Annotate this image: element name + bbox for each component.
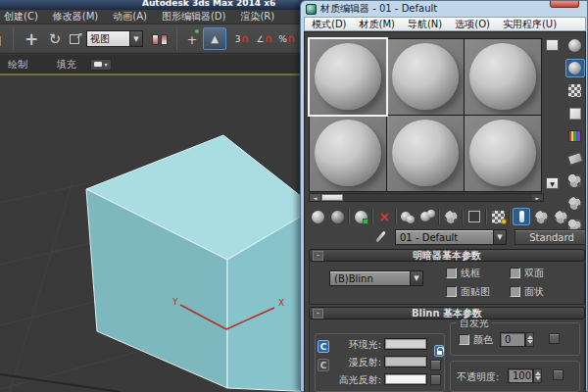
menu-utilities[interactable]: 实用程序(U) — [503, 18, 557, 31]
menu-animation[interactable]: 动画(A) — [113, 10, 147, 24]
reset-material-icon[interactable]: × — [375, 208, 393, 225]
material-editor-titlebar[interactable]: 材质编辑器 - 01 - Default — [303, 2, 585, 16]
perspective-viewport[interactable]: Y X — [0, 77, 304, 392]
eyedropper-icon[interactable] — [375, 231, 386, 243]
menu-options[interactable]: 选项(O) — [455, 18, 490, 31]
sample-slot-6[interactable] — [465, 116, 541, 191]
collapse-button[interactable]: - — [313, 251, 323, 261]
material-id-channel-icon[interactable] — [466, 208, 483, 225]
menu-material[interactable]: 材质(M) — [360, 18, 395, 31]
go-to-parent-icon[interactable] — [513, 208, 530, 225]
ambient-color-swatch[interactable] — [384, 338, 427, 350]
self-illumination-legend: 自发光 — [457, 319, 492, 330]
opacity-value-field[interactable]: 100 — [508, 368, 533, 383]
percent-snap-toggle[interactable]: %∩ — [276, 27, 298, 51]
video-color-check-icon[interactable] — [565, 126, 585, 145]
sample-slot-3[interactable] — [465, 39, 541, 115]
material-editor-icon — [306, 4, 317, 15]
self-illum-value-field[interactable]: 0 — [500, 332, 525, 347]
assign-material-to-selection-icon[interactable] — [352, 208, 369, 225]
toolbar-separator — [395, 209, 397, 224]
self-illum-map-button[interactable] — [549, 333, 560, 344]
blinn-rollout-header[interactable]: - Blinn 基本参数 — [309, 307, 585, 319]
face-map-checkbox[interactable] — [446, 286, 457, 297]
diffuse-specular-link-button[interactable]: C — [318, 359, 329, 371]
scrollbar-thumb[interactable] — [321, 194, 343, 201]
diffuse-color-swatch[interactable] — [384, 356, 427, 368]
wireframe-checkbox[interactable] — [446, 268, 457, 278]
cube-object[interactable] — [86, 135, 304, 392]
background-icon[interactable] — [565, 81, 585, 100]
chevron-down-icon: ▼ — [493, 230, 506, 244]
opacity-spinner[interactable] — [533, 368, 542, 383]
make-material-copy-icon[interactable] — [399, 208, 416, 225]
opacity-map-button[interactable] — [553, 369, 564, 380]
collapse-button[interactable]: - — [313, 309, 323, 318]
put-to-library-icon[interactable] — [442, 208, 460, 225]
clipped-toolbar-icon[interactable]: ▯ — [0, 27, 10, 51]
specular-color-swatch[interactable] — [384, 373, 427, 385]
scroll-right-arrow[interactable]: ► — [532, 194, 543, 201]
put-material-to-scene-icon[interactable] — [328, 208, 346, 225]
get-material-icon[interactable] — [309, 208, 326, 225]
show-map-in-viewport-icon[interactable] — [489, 208, 507, 225]
self-illum-color-checkbox[interactable] — [459, 334, 469, 345]
ambient-diffuse-link-button[interactable]: C — [318, 340, 329, 353]
shader-type-dropdown[interactable]: (B)Blinn ▼ — [329, 270, 423, 286]
diffuse-map-button[interactable] — [430, 360, 441, 370]
menu-modifiers[interactable]: 修改器(M) — [53, 10, 98, 24]
ribbon-tab-populate[interactable]: 填充 — [57, 58, 76, 72]
slot-scroll-down-button[interactable]: ▼ — [546, 177, 559, 189]
material-hierarchy-icon[interactable] — [552, 208, 569, 225]
material-name-dropdown[interactable]: 01 - Default ▼ — [395, 229, 507, 245]
snaps-toggle-icon[interactable]: + — [180, 27, 204, 51]
two-sided-checkbox[interactable] — [510, 268, 520, 278]
shader-rollout-header[interactable]: - 明暗器基本参数 — [309, 249, 585, 262]
lock-icon[interactable] — [434, 345, 444, 357]
magnet-icon: ∩ — [287, 34, 296, 44]
sample-slot-1[interactable] — [310, 39, 386, 115]
self-illumination-group: 自发光 颜色 0 — [450, 322, 580, 356]
select-scale-icon[interactable]: ↗ — [65, 27, 88, 51]
ribbon-minimize-button[interactable]: ▾ — [90, 59, 112, 71]
backlight-icon[interactable] — [565, 59, 585, 77]
menu-create[interactable]: 创建(C) — [4, 10, 38, 24]
close-button[interactable] — [550, 1, 579, 8]
select-rotate-icon[interactable]: ↻ — [43, 27, 67, 51]
toolbar-separator — [13, 28, 14, 50]
viewport-grid-dark-line — [0, 374, 121, 392]
menu-rendering[interactable]: 渲染(R) — [240, 10, 274, 24]
shader-type-value: (B)Blinn — [330, 273, 410, 284]
options-icon[interactable] — [565, 172, 585, 190]
sample-slot-4[interactable] — [310, 116, 386, 191]
make-unique-icon[interactable] — [418, 208, 436, 225]
use-pivot-center-button[interactable]: ▲ — [203, 27, 226, 50]
snap-3d-toggle[interactable]: 3∩ — [232, 27, 252, 51]
go-forward-to-sibling-icon[interactable] — [532, 208, 550, 225]
ribbon-tab-paint[interactable]: 绘制 — [8, 58, 27, 72]
slot-scroll-up-button[interactable] — [546, 39, 559, 51]
sample-slot-2[interactable] — [387, 39, 464, 115]
sample-uv-tiling-icon[interactable] — [565, 104, 585, 122]
slot-horizontal-scrollbar[interactable]: ◄ ► — [309, 193, 544, 202]
menu-graph-editors[interactable]: 图形编辑器(D) — [162, 10, 226, 24]
material-sphere — [469, 43, 536, 110]
select-move-icon[interactable]: + — [20, 27, 43, 51]
opacity-label: 不透明度: — [457, 370, 499, 384]
material-type-button[interactable]: Standard — [514, 229, 586, 245]
menu-navigation[interactable]: 导航(N) — [408, 18, 442, 31]
rollout-title: 明暗器基本参数 — [413, 249, 481, 263]
reference-coordinate-dropdown[interactable]: 视图 ▼ — [86, 30, 143, 47]
sample-slot-5[interactable] — [387, 116, 464, 191]
scroll-left-arrow[interactable]: ◄ — [310, 194, 320, 201]
menu-modes[interactable]: 模式(D) — [312, 18, 347, 31]
self-illum-spinner[interactable] — [525, 332, 534, 347]
mirror-icon[interactable] — [147, 27, 172, 51]
angle-snap-toggle[interactable]: ∠∩ — [254, 27, 275, 51]
faceted-checkbox[interactable] — [510, 286, 520, 297]
opacity-group: 不透明度: 100 — [450, 361, 580, 392]
make-preview-icon[interactable] — [565, 149, 585, 168]
sample-type-icon[interactable] — [565, 36, 585, 55]
specular-map-button[interactable] — [430, 374, 441, 385]
face-map-label: 面贴图 — [461, 285, 490, 299]
